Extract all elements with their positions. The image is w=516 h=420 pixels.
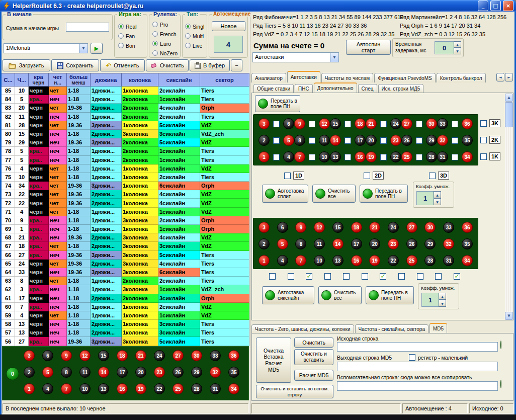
number-3[interactable]: 3: [259, 222, 270, 233]
number-35[interactable]: 35: [228, 367, 239, 378]
bottom-tab-1[interactable]: Частота - Zero, шансы, дюжины, колонки: [251, 324, 354, 333]
table-row[interactable]: 6627кра..неч19-363дюжи...3колонка5сиклай…: [2, 251, 249, 260]
number-29[interactable]: 29: [426, 135, 437, 146]
number-18[interactable]: 18: [351, 222, 362, 233]
number-32[interactable]: 32: [437, 135, 448, 146]
number-20[interactable]: 20: [366, 135, 377, 146]
sixline-checkbox-5[interactable]: [343, 273, 350, 280]
number-23[interactable]: 23: [154, 367, 165, 378]
split-checkbox[interactable]: [380, 154, 387, 160]
number-17[interactable]: 17: [355, 135, 366, 146]
md5-src-action-button[interactable]: [500, 341, 501, 349]
radio-euro[interactable]: Euro: [152, 39, 178, 48]
number-34[interactable]: 34: [462, 255, 473, 266]
number-33[interactable]: 33: [437, 118, 448, 129]
clear-all-button[interactable]: Очистить все: [318, 286, 362, 304]
table-row[interactable]: 594чернчет1-181дюжи...1колонка1сиклайнVd…: [2, 311, 249, 320]
register-checkbox[interactable]: [409, 354, 415, 361]
number-35[interactable]: 35: [462, 238, 473, 249]
main-tab-5[interactable]: Контроль банкрол: [437, 73, 486, 82]
md5-clear-paste-button[interactable]: Очистить и вставить: [294, 349, 333, 365]
number-7[interactable]: 7: [61, 383, 72, 394]
delay-spinner[interactable]: 0 ▲ ▼: [435, 41, 461, 54]
number-28[interactable]: 28: [426, 151, 437, 162]
sub-tab-3[interactable]: Дополнительно: [314, 82, 357, 93]
number-10[interactable]: 10: [79, 383, 91, 394]
sub-tab-4[interactable]: Спец: [358, 84, 377, 93]
content-scrollbar[interactable]: ▲ ▼: [505, 94, 513, 320]
coeff-up-button[interactable]: ▲: [434, 191, 441, 198]
number-23[interactable]: 23: [388, 238, 399, 249]
autobet-sixline-button[interactable]: Автоставка сикслайн: [262, 286, 314, 304]
sixline-checkbox-7[interactable]: [380, 273, 386, 280]
split-checkbox[interactable]: [273, 137, 280, 144]
transfer-pn-button[interactable]: Передать в поле ПН: [360, 185, 408, 203]
number-5[interactable]: 5: [42, 367, 53, 378]
k-checkbox-2k[interactable]: [480, 137, 487, 143]
load-button[interactable]: Загрузить: [3, 59, 50, 71]
number-22[interactable]: 22: [388, 255, 399, 266]
number-35[interactable]: 35: [462, 135, 473, 146]
number-15[interactable]: 15: [98, 350, 109, 361]
sixline-checkbox-11[interactable]: [454, 273, 460, 280]
number-36[interactable]: 36: [462, 118, 473, 129]
split-checkbox[interactable]: [309, 154, 315, 160]
number-17[interactable]: 17: [117, 367, 128, 378]
table-row[interactable]: 709кра..неч1-181дюжи...3колонка2сиклайнO…: [2, 216, 249, 225]
number-25[interactable]: 25: [173, 383, 184, 394]
split-checkbox[interactable]: [380, 137, 387, 144]
number-18[interactable]: 18: [117, 350, 128, 361]
number-13[interactable]: 13: [332, 255, 343, 266]
main-tab-4[interactable]: Функционал PsevdoMS: [374, 73, 435, 82]
d-checkbox-2d[interactable]: [364, 173, 370, 179]
bottom-tab-2[interactable]: Частота - сиклайны, сектора: [355, 324, 428, 333]
buffer-button[interactable]: В буфер: [190, 59, 230, 71]
table-row[interactable]: 7434кра..чет19-363дюжи...1колонка6сиклай…: [2, 182, 249, 190]
number-25[interactable]: 25: [401, 151, 412, 162]
number-9[interactable]: 9: [295, 222, 306, 233]
number-32[interactable]: 32: [210, 367, 221, 378]
table-row[interactable]: 623кра..неч1-181дюжи...3колонка1сиклайнV…: [2, 285, 249, 294]
close-button[interactable]: ×: [503, 1, 513, 11]
number-0[interactable]: 0: [6, 367, 19, 380]
number-27[interactable]: 27: [173, 350, 184, 361]
number-5[interactable]: 5: [277, 238, 288, 249]
number-31[interactable]: 31: [210, 383, 221, 394]
table-row[interactable]: 5627кра..неч19-363дюжи...3колонка5сиклай…: [2, 337, 249, 346]
number-25[interactable]: 25: [406, 255, 417, 266]
table-row[interactable]: 607кра..неч1-181дюжи...1колонка2сиклайнV…: [2, 303, 249, 311]
number-22[interactable]: 22: [154, 383, 165, 394]
number-27[interactable]: 27: [406, 222, 417, 233]
number-30[interactable]: 30: [426, 118, 437, 129]
save-button[interactable]: Сохранить: [51, 59, 99, 71]
md5-register-option[interactable]: регистр - маленький: [409, 354, 468, 361]
md5-out-input[interactable]: [337, 362, 498, 371]
number-32[interactable]: 32: [443, 238, 454, 249]
number-8[interactable]: 8: [295, 238, 306, 249]
number-30[interactable]: 30: [191, 350, 202, 361]
main-tab-1[interactable]: Анализатор: [251, 73, 286, 82]
split-checkbox[interactable]: [345, 137, 351, 144]
bottom-tab-3[interactable]: MD5: [429, 323, 447, 333]
sub-tab-2[interactable]: ПНС: [295, 84, 313, 93]
clear-button[interactable]: Очистить: [146, 59, 189, 71]
d-checkbox-3d[interactable]: [429, 173, 436, 179]
table-row[interactable]: 8320чернчет19-362дюжи...2колонка4сиклайн…: [2, 104, 249, 112]
number-4[interactable]: 4: [277, 255, 288, 266]
number-2[interactable]: 2: [24, 367, 35, 378]
md5-aux-action-button[interactable]: [500, 380, 501, 388]
transfer-pn-top-button[interactable]: Передать в поле ПН: [255, 95, 300, 112]
preset-combo[interactable]: 1Melonati ▼: [4, 43, 88, 53]
sixline-checkbox-10[interactable]: [435, 273, 442, 280]
k-checkbox-1k[interactable]: [480, 153, 487, 160]
number-7[interactable]: 7: [294, 151, 305, 162]
number-14[interactable]: 14: [98, 367, 109, 378]
number-13[interactable]: 13: [98, 383, 109, 394]
table-row[interactable]: 714чернчет1-181дюжи...1колонка1сиклайнVd…: [2, 208, 249, 216]
number-28[interactable]: 28: [191, 383, 202, 394]
chevron-down-icon[interactable]: ▼: [79, 44, 88, 53]
table-row[interactable]: 691кра..неч1-181дюжи...1колонка1сиклайнO…: [2, 225, 249, 233]
number-21[interactable]: 21: [369, 222, 380, 233]
split-checkbox[interactable]: [416, 121, 422, 127]
table-row[interactable]: 764чернчет1-181дюжи...1колонка1сиклайнVd…: [2, 164, 249, 173]
